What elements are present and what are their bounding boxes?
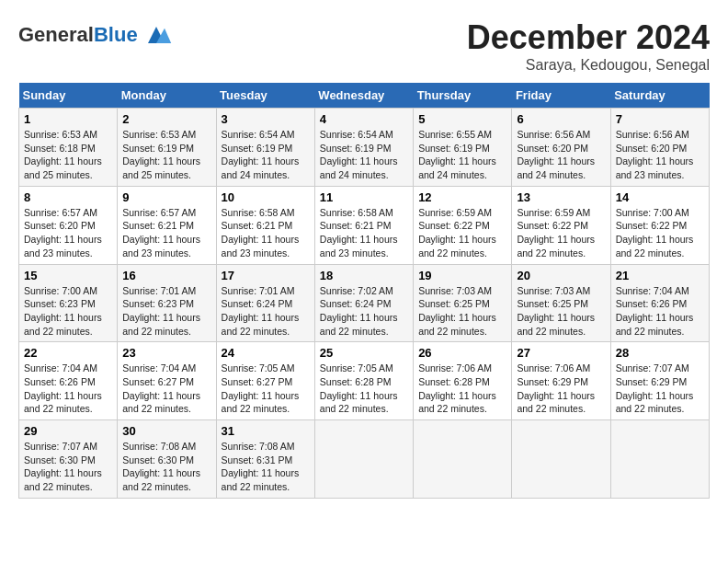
day-info: Sunrise: 6:54 AM Sunset: 6:19 PM Dayligh… (320, 128, 408, 182)
day-number: 7 (616, 112, 704, 126)
day-info: Sunrise: 7:08 AM Sunset: 6:31 PM Dayligh… (222, 440, 310, 494)
calendar-cell: 21 Sunrise: 7:04 AM Sunset: 6:26 PM Dayl… (610, 264, 709, 342)
title-block: December 2024 Saraya, Kedougou, Senegal (467, 18, 710, 74)
day-info: Sunrise: 6:59 AM Sunset: 6:22 PM Dayligh… (418, 206, 506, 260)
calendar-cell: 28 Sunrise: 7:07 AM Sunset: 6:29 PM Dayl… (610, 342, 709, 420)
day-number: 16 (122, 269, 210, 282)
calendar-table: SundayMondayTuesdayWednesdayThursdayFrid… (18, 83, 710, 499)
day-info: Sunrise: 6:56 AM Sunset: 6:20 PM Dayligh… (616, 128, 704, 182)
calendar-cell: 16 Sunrise: 7:01 AM Sunset: 6:23 PM Dayl… (118, 264, 216, 342)
calendar-cell (610, 420, 709, 499)
header-monday: Monday (118, 83, 216, 109)
calendar-cell: 26 Sunrise: 7:06 AM Sunset: 6:28 PM Dayl… (414, 342, 512, 420)
day-number: 18 (320, 269, 408, 282)
calendar-cell: 15 Sunrise: 7:00 AM Sunset: 6:23 PM Dayl… (19, 264, 118, 342)
calendar-cell: 2 Sunrise: 6:53 AM Sunset: 6:19 PM Dayli… (118, 109, 216, 187)
day-info: Sunrise: 6:57 AM Sunset: 6:20 PM Dayligh… (24, 206, 112, 260)
day-number: 11 (320, 190, 408, 204)
header-saturday: Saturday (610, 83, 709, 109)
week-row-3: 15 Sunrise: 7:00 AM Sunset: 6:23 PM Dayl… (19, 264, 710, 342)
day-info: Sunrise: 7:03 AM Sunset: 6:25 PM Dayligh… (418, 284, 506, 339)
logo: GeneralBlue (18, 18, 173, 52)
day-number: 3 (222, 112, 310, 126)
calendar-cell (512, 420, 610, 499)
day-info: Sunrise: 7:00 AM Sunset: 6:23 PM Dayligh… (24, 284, 112, 339)
day-info: Sunrise: 6:57 AM Sunset: 6:21 PM Dayligh… (122, 206, 210, 260)
month-title: December 2024 (467, 18, 710, 57)
calendar-cell: 9 Sunrise: 6:57 AM Sunset: 6:21 PM Dayli… (118, 186, 216, 264)
day-number: 21 (616, 269, 704, 282)
day-info: Sunrise: 6:58 AM Sunset: 6:21 PM Dayligh… (222, 206, 310, 260)
day-info: Sunrise: 6:54 AM Sunset: 6:19 PM Dayligh… (222, 128, 310, 182)
day-number: 8 (24, 190, 112, 204)
calendar-cell: 13 Sunrise: 6:59 AM Sunset: 6:22 PM Dayl… (512, 186, 610, 264)
page-header: GeneralBlue December 2024 Saraya, Kedoug… (18, 18, 710, 74)
day-number: 30 (122, 424, 210, 438)
logo-blue: Blue (94, 23, 138, 46)
day-info: Sunrise: 6:55 AM Sunset: 6:19 PM Dayligh… (418, 128, 506, 182)
header-thursday: Thursday (414, 83, 512, 109)
day-info: Sunrise: 7:08 AM Sunset: 6:30 PM Dayligh… (122, 440, 210, 494)
calendar-cell: 27 Sunrise: 7:06 AM Sunset: 6:29 PM Dayl… (512, 342, 610, 420)
day-number: 5 (418, 112, 506, 126)
calendar-cell: 22 Sunrise: 7:04 AM Sunset: 6:26 PM Dayl… (19, 342, 118, 420)
day-info: Sunrise: 7:05 AM Sunset: 6:27 PM Dayligh… (222, 362, 310, 416)
day-info: Sunrise: 7:07 AM Sunset: 6:29 PM Dayligh… (616, 362, 704, 416)
day-info: Sunrise: 6:59 AM Sunset: 6:22 PM Dayligh… (517, 206, 605, 260)
calendar-cell: 19 Sunrise: 7:03 AM Sunset: 6:25 PM Dayl… (414, 264, 512, 342)
day-number: 20 (517, 269, 605, 282)
day-info: Sunrise: 7:07 AM Sunset: 6:30 PM Dayligh… (24, 440, 112, 494)
day-info: Sunrise: 6:58 AM Sunset: 6:21 PM Dayligh… (320, 206, 408, 260)
location-subtitle: Saraya, Kedougou, Senegal (467, 57, 710, 74)
header-sunday: Sunday (19, 83, 118, 109)
day-info: Sunrise: 6:53 AM Sunset: 6:18 PM Dayligh… (24, 128, 112, 182)
calendar-cell: 25 Sunrise: 7:05 AM Sunset: 6:28 PM Dayl… (314, 342, 413, 420)
week-row-2: 8 Sunrise: 6:57 AM Sunset: 6:20 PM Dayli… (19, 186, 710, 264)
day-number: 24 (222, 346, 310, 360)
day-info: Sunrise: 7:01 AM Sunset: 6:24 PM Dayligh… (222, 284, 310, 339)
calendar-cell: 24 Sunrise: 7:05 AM Sunset: 6:27 PM Dayl… (216, 342, 314, 420)
calendar-cell: 8 Sunrise: 6:57 AM Sunset: 6:20 PM Dayli… (19, 186, 118, 264)
day-number: 9 (122, 190, 210, 204)
day-number: 15 (24, 269, 112, 282)
header-wednesday: Wednesday (314, 83, 413, 109)
day-info: Sunrise: 6:56 AM Sunset: 6:20 PM Dayligh… (517, 128, 605, 182)
week-row-5: 29 Sunrise: 7:07 AM Sunset: 6:30 PM Dayl… (19, 420, 710, 499)
day-number: 26 (418, 346, 506, 360)
day-info: Sunrise: 7:04 AM Sunset: 6:26 PM Dayligh… (616, 284, 704, 339)
calendar-cell: 11 Sunrise: 6:58 AM Sunset: 6:21 PM Dayl… (314, 186, 413, 264)
calendar-cell: 23 Sunrise: 7:04 AM Sunset: 6:27 PM Dayl… (118, 342, 216, 420)
day-number: 19 (418, 269, 506, 282)
day-info: Sunrise: 7:05 AM Sunset: 6:28 PM Dayligh… (320, 362, 408, 416)
day-number: 10 (222, 190, 310, 204)
calendar-cell: 4 Sunrise: 6:54 AM Sunset: 6:19 PM Dayli… (314, 109, 413, 187)
day-info: Sunrise: 7:02 AM Sunset: 6:24 PM Dayligh… (320, 284, 408, 339)
day-number: 23 (122, 346, 210, 360)
calendar-cell: 30 Sunrise: 7:08 AM Sunset: 6:30 PM Dayl… (118, 420, 216, 499)
day-info: Sunrise: 7:03 AM Sunset: 6:25 PM Dayligh… (517, 284, 605, 339)
calendar-cell: 5 Sunrise: 6:55 AM Sunset: 6:19 PM Dayli… (414, 109, 512, 187)
day-number: 1 (24, 112, 112, 126)
calendar-cell: 12 Sunrise: 6:59 AM Sunset: 6:22 PM Dayl… (414, 186, 512, 264)
day-info: Sunrise: 7:04 AM Sunset: 6:27 PM Dayligh… (122, 362, 210, 416)
header-friday: Friday (512, 83, 610, 109)
day-number: 28 (616, 346, 704, 360)
logo-icon (140, 18, 173, 52)
day-info: Sunrise: 7:06 AM Sunset: 6:29 PM Dayligh… (517, 362, 605, 416)
week-row-4: 22 Sunrise: 7:04 AM Sunset: 6:26 PM Dayl… (19, 342, 710, 420)
calendar-cell: 17 Sunrise: 7:01 AM Sunset: 6:24 PM Dayl… (216, 264, 314, 342)
day-info: Sunrise: 6:53 AM Sunset: 6:19 PM Dayligh… (122, 128, 210, 182)
calendar-cell: 6 Sunrise: 6:56 AM Sunset: 6:20 PM Dayli… (512, 109, 610, 187)
week-row-1: 1 Sunrise: 6:53 AM Sunset: 6:18 PM Dayli… (19, 109, 710, 187)
day-number: 25 (320, 346, 408, 360)
calendar-cell: 14 Sunrise: 7:00 AM Sunset: 6:22 PM Dayl… (610, 186, 709, 264)
calendar-cell: 20 Sunrise: 7:03 AM Sunset: 6:25 PM Dayl… (512, 264, 610, 342)
day-number: 6 (517, 112, 605, 126)
day-number: 17 (222, 269, 310, 282)
header-tuesday: Tuesday (216, 83, 314, 109)
day-info: Sunrise: 7:01 AM Sunset: 6:23 PM Dayligh… (122, 284, 210, 339)
day-number: 12 (418, 190, 506, 204)
calendar-cell: 1 Sunrise: 6:53 AM Sunset: 6:18 PM Dayli… (19, 109, 118, 187)
calendar-cell: 29 Sunrise: 7:07 AM Sunset: 6:30 PM Dayl… (19, 420, 118, 499)
calendar-cell: 3 Sunrise: 6:54 AM Sunset: 6:19 PM Dayli… (216, 109, 314, 187)
